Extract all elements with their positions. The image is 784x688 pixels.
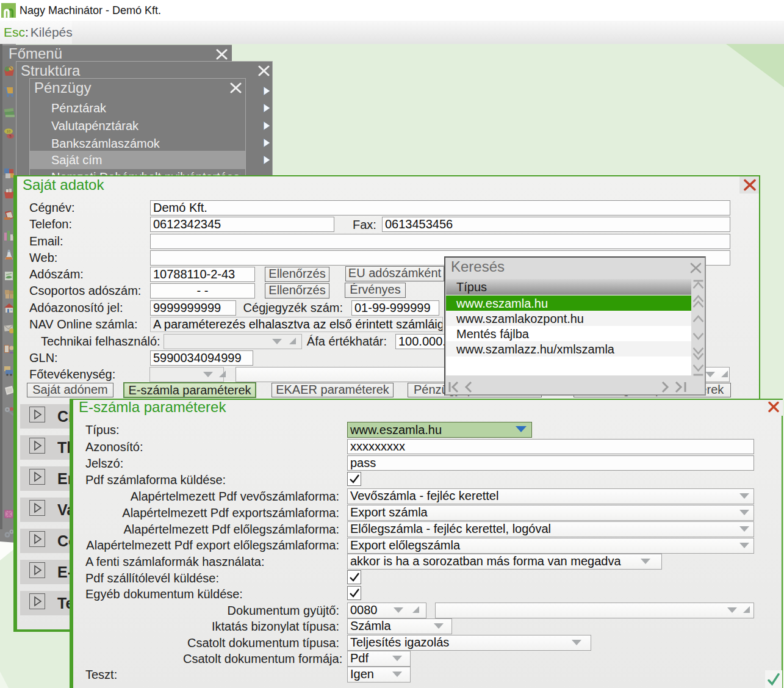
svg-text:10: 10	[7, 129, 11, 133]
